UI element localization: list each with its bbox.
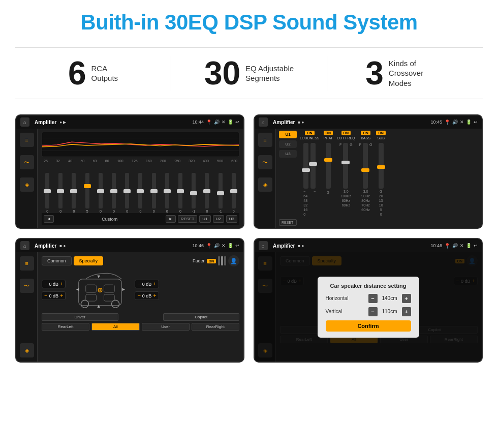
cutfreq-slider[interactable]: [343, 143, 348, 189]
screen-dialog: ⌂ Amplifier ■ ● 10:46 📍 🔊 ✕ 🔋 ↩ ≡ 〜 ◈: [254, 238, 483, 363]
slider-10: 0: [165, 173, 169, 213]
time-4: 10:46: [430, 243, 442, 248]
svg-text:◄: ◄: [75, 286, 80, 292]
stats-row: 6 RCAOutputs 30 EQ AdjustableSegments 3 …: [15, 47, 483, 99]
phat-slider[interactable]: [326, 143, 331, 189]
reset-btn[interactable]: RESET: [178, 215, 198, 223]
gps-icon-4: 📍: [444, 243, 450, 249]
battery-icon-3: 🔋: [228, 243, 233, 248]
back-icon-4[interactable]: ↩: [474, 243, 478, 248]
left-front-plus[interactable]: +: [60, 281, 63, 287]
status-dot-2: ■ ●: [298, 120, 304, 125]
back-icon-1[interactable]: ↩: [235, 120, 239, 125]
screen-body-2: ≡ 〜 ◈ U1 U2 U3 RESET ON LOU: [255, 129, 482, 228]
u3-btn[interactable]: U3: [226, 215, 237, 223]
common-tab[interactable]: Common: [42, 256, 72, 265]
sub-control: ON SUB G 20 15 10 5 0: [376, 131, 386, 226]
sidebar-btn-wave[interactable]: 〜: [20, 155, 34, 169]
screen-body-3: ≡ 〜 ◈ Common Specialty Fader ON: [16, 252, 243, 362]
gps-icon-1: 📍: [206, 120, 212, 125]
screen-body-4: ≡ 〜 ◈ Common Specialty ON 👤: [255, 252, 482, 362]
u1-btn[interactable]: U1: [199, 215, 210, 223]
home-icon-1[interactable]: ⌂: [20, 117, 29, 127]
eq-main-content: 253240 506380 100125160 200250320 400500…: [38, 129, 243, 228]
sidebar-btn-speaker3[interactable]: ◈: [20, 343, 34, 357]
volume-icon-4: 🔊: [452, 243, 458, 248]
stat-eq: 30 EQ AdjustableSegments: [171, 57, 327, 89]
loudness-slider-2[interactable]: [310, 143, 316, 189]
sidebar-btn-eq3[interactable]: ≡: [20, 256, 34, 271]
right-front-plus[interactable]: +: [153, 281, 156, 287]
vertical-plus[interactable]: +: [402, 307, 411, 316]
screen-eq: ⌂ Amplifier ● ▶ 10:44 📍 🔊 ✕ 🔋 ↩ ≡ 〜 ◈: [15, 114, 244, 229]
user-btn[interactable]: User: [142, 323, 190, 331]
left-sidebar-1: ≡ 〜 ◈: [16, 129, 38, 228]
sidebar-btn-eq[interactable]: ≡: [20, 133, 34, 147]
x-icon-1: ✕: [222, 120, 226, 125]
sidebar-btn-eq2[interactable]: ≡: [258, 133, 272, 147]
u2-btn[interactable]: U2: [213, 215, 224, 223]
sidebar-btn-speaker[interactable]: ◈: [20, 177, 34, 192]
rearright-btn[interactable]: RearRight: [192, 323, 239, 331]
x-icon-3: ✕: [222, 243, 226, 248]
volume-icon-1: 🔊: [214, 120, 220, 125]
copilot-btn[interactable]: Copilot: [163, 313, 240, 321]
sidebar-btn-wave2[interactable]: 〜: [258, 155, 272, 169]
status-bar-4: ⌂ Amplifier ■ ● 10:46 📍 🔊 ✕ 🔋 ↩: [255, 239, 482, 252]
svg-rect-8: [104, 285, 115, 292]
stat-label-rca: RCAOutputs: [91, 64, 118, 83]
horizontal-minus[interactable]: −: [368, 294, 378, 303]
x-icon-2: ✕: [460, 120, 464, 125]
u3-channel[interactable]: U3: [279, 150, 297, 158]
vertical-minus[interactable]: −: [368, 307, 378, 316]
left-rear-plus[interactable]: +: [60, 293, 63, 298]
sidebar-btn-speaker2[interactable]: ◈: [258, 177, 272, 192]
right-rear-plus[interactable]: +: [153, 293, 156, 298]
home-icon-4[interactable]: ⌂: [259, 241, 268, 250]
prev-btn[interactable]: ◄: [44, 215, 54, 223]
slider-4: 5: [85, 173, 89, 213]
status-bar-1: ⌂ Amplifier ● ▶ 10:44 📍 🔊 ✕ 🔋 ↩: [16, 115, 243, 129]
sidebar-btn-wave3[interactable]: 〜: [20, 279, 34, 293]
left-rear-minus[interactable]: −: [44, 293, 47, 298]
confirm-button[interactable]: Confirm: [326, 320, 411, 332]
driver-btn[interactable]: Driver: [42, 313, 118, 321]
reset-btn-amp[interactable]: RESET: [279, 219, 297, 226]
home-icon-2[interactable]: ⌂: [259, 117, 268, 127]
back-icon-2[interactable]: ↩: [474, 120, 478, 125]
battery-icon-4: 🔋: [466, 243, 472, 248]
sliders-area: 0 0 0 5 0 0 0 0 0 0 0 -1 0 -1 0: [42, 165, 239, 213]
back-icon-3[interactable]: ↩: [235, 243, 239, 248]
rearleft-btn[interactable]: RearLeft: [42, 323, 89, 331]
u2-channel[interactable]: U2: [279, 140, 297, 148]
left-front-minus[interactable]: −: [44, 281, 47, 287]
loudness-slider-1[interactable]: [303, 143, 308, 189]
stat-number-rca: 6: [68, 57, 86, 89]
volume-icon-2: 🔊: [452, 120, 458, 125]
vertical-row: Vertical − 110cm +: [326, 307, 411, 316]
stat-crossover: 3 Kinds ofCrossover Modes: [327, 57, 483, 89]
right-front-minus[interactable]: −: [137, 281, 140, 287]
sub-slider[interactable]: [379, 143, 384, 189]
slider-14: -1: [219, 173, 223, 213]
specialty-tab[interactable]: Specialty: [74, 256, 104, 265]
dialog-overlay: Car speaker distance setting Horizontal …: [255, 252, 482, 362]
u1-channel[interactable]: U1: [279, 131, 297, 138]
car-diagram: ▼ ▲ ◄ ►: [70, 270, 131, 310]
fader-label: Fader: [193, 258, 205, 263]
right-rear-minus[interactable]: −: [137, 293, 140, 298]
svg-text:▼: ▼: [97, 274, 101, 279]
next-btn[interactable]: ►: [166, 215, 176, 223]
horizontal-label: Horizontal: [326, 295, 349, 301]
profile-icon[interactable]: 👤: [228, 255, 239, 266]
home-icon-3[interactable]: ⌂: [20, 241, 29, 250]
loudness-control: ON LOUDNESS ~~ 64 48 32: [300, 131, 320, 226]
status-bar-3: ⌂ Amplifier ■ ● 10:46 📍 🔊 ✕ 🔋 ↩: [16, 239, 243, 252]
bass-slider[interactable]: [363, 143, 368, 189]
preset-label: Custom: [56, 217, 164, 222]
all-btn[interactable]: All: [91, 323, 139, 331]
stat-label-eq: EQ AdjustableSegments: [245, 64, 294, 83]
right-rear-db: − 0 dB +: [135, 291, 159, 300]
mode-main-content: Common Specialty Fader ON 👤: [38, 252, 243, 362]
horizontal-plus[interactable]: +: [402, 294, 411, 303]
